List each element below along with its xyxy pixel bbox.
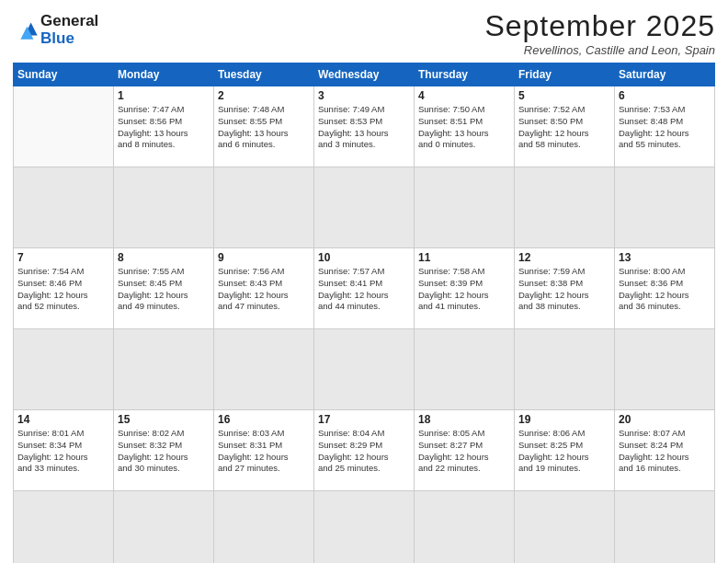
table-cell: 10Sunrise: 7:57 AM Sunset: 8:41 PM Dayli… (314, 248, 415, 329)
day-info: Sunrise: 7:59 AM Sunset: 8:38 PM Dayligh… (518, 266, 610, 313)
day-number: 20 (619, 413, 711, 426)
day-number: 18 (418, 413, 510, 426)
day-number: 13 (619, 251, 711, 264)
day-info: Sunrise: 7:58 AM Sunset: 8:39 PM Dayligh… (418, 266, 510, 313)
table-cell: 13Sunrise: 8:00 AM Sunset: 8:36 PM Dayli… (615, 248, 715, 329)
day-info: Sunrise: 7:52 AM Sunset: 8:50 PM Dayligh… (518, 104, 610, 151)
logo-text: General Blue (40, 13, 98, 47)
day-info: Sunrise: 7:55 AM Sunset: 8:45 PM Dayligh… (118, 266, 210, 313)
table-cell: 16Sunrise: 8:03 AM Sunset: 8:31 PM Dayli… (214, 410, 314, 491)
day-info: Sunrise: 7:50 AM Sunset: 8:51 PM Dayligh… (418, 104, 510, 151)
logo-icon (13, 17, 39, 43)
title-block: September 2025 Revellinos, Castille and … (484, 9, 715, 57)
week-row-2: 7Sunrise: 7:54 AM Sunset: 8:46 PM Daylig… (14, 248, 715, 329)
table-cell: 12Sunrise: 7:59 AM Sunset: 8:38 PM Dayli… (515, 248, 615, 329)
day-info: Sunrise: 7:47 AM Sunset: 8:56 PM Dayligh… (118, 104, 210, 151)
day-info: Sunrise: 8:05 AM Sunset: 8:27 PM Dayligh… (418, 428, 510, 475)
col-friday: Friday (515, 63, 615, 86)
day-info: Sunrise: 7:53 AM Sunset: 8:48 PM Dayligh… (619, 104, 711, 151)
day-info: Sunrise: 8:06 AM Sunset: 8:25 PM Dayligh… (518, 428, 610, 475)
day-number: 7 (17, 251, 109, 264)
day-number: 2 (218, 89, 310, 102)
week-row-3: 14Sunrise: 8:01 AM Sunset: 8:34 PM Dayli… (14, 410, 715, 491)
day-info: Sunrise: 7:49 AM Sunset: 8:53 PM Dayligh… (318, 104, 410, 151)
day-info: Sunrise: 8:02 AM Sunset: 8:32 PM Dayligh… (118, 428, 210, 475)
table-cell: 11Sunrise: 7:58 AM Sunset: 8:39 PM Dayli… (415, 248, 515, 329)
day-number: 15 (118, 413, 210, 426)
day-info: Sunrise: 7:48 AM Sunset: 8:55 PM Dayligh… (218, 104, 310, 151)
location: Revellinos, Castille and Leon, Spain (484, 43, 715, 57)
calendar-table: Sunday Monday Tuesday Wednesday Thursday… (13, 63, 715, 563)
day-info: Sunrise: 7:54 AM Sunset: 8:46 PM Dayligh… (17, 266, 109, 313)
col-tuesday: Tuesday (214, 63, 314, 86)
day-number: 9 (218, 251, 310, 264)
calendar-header-row: Sunday Monday Tuesday Wednesday Thursday… (14, 63, 715, 86)
day-number: 3 (318, 89, 410, 102)
table-cell: 5Sunrise: 7:52 AM Sunset: 8:50 PM Daylig… (515, 86, 615, 167)
col-saturday: Saturday (615, 63, 715, 86)
table-cell: 7Sunrise: 7:54 AM Sunset: 8:46 PM Daylig… (14, 248, 114, 329)
logo: General Blue (13, 13, 98, 47)
col-wednesday: Wednesday (314, 63, 415, 86)
table-cell: 6Sunrise: 7:53 AM Sunset: 8:48 PM Daylig… (615, 86, 715, 167)
week-divider (14, 167, 715, 248)
day-number: 14 (17, 413, 109, 426)
week-row-1: 1Sunrise: 7:47 AM Sunset: 8:56 PM Daylig… (14, 86, 715, 167)
day-number: 8 (118, 251, 210, 264)
col-sunday: Sunday (14, 63, 114, 86)
month-title: September 2025 (484, 9, 715, 43)
day-number: 17 (318, 413, 410, 426)
week-divider (14, 329, 715, 410)
table-cell: 3Sunrise: 7:49 AM Sunset: 8:53 PM Daylig… (314, 86, 415, 167)
table-cell: 9Sunrise: 7:56 AM Sunset: 8:43 PM Daylig… (214, 248, 314, 329)
table-cell: 17Sunrise: 8:04 AM Sunset: 8:29 PM Dayli… (314, 410, 415, 491)
day-info: Sunrise: 8:04 AM Sunset: 8:29 PM Dayligh… (318, 428, 410, 475)
col-monday: Monday (114, 63, 214, 86)
day-info: Sunrise: 8:01 AM Sunset: 8:34 PM Dayligh… (17, 428, 109, 475)
day-info: Sunrise: 8:03 AM Sunset: 8:31 PM Dayligh… (218, 428, 310, 475)
col-thursday: Thursday (415, 63, 515, 86)
day-info: Sunrise: 7:57 AM Sunset: 8:41 PM Dayligh… (318, 266, 410, 313)
week-divider (14, 491, 715, 564)
table-cell: 15Sunrise: 8:02 AM Sunset: 8:32 PM Dayli… (114, 410, 214, 491)
table-cell: 18Sunrise: 8:05 AM Sunset: 8:27 PM Dayli… (415, 410, 515, 491)
day-number: 5 (518, 89, 610, 102)
table-cell (14, 86, 114, 167)
day-number: 19 (518, 413, 610, 426)
table-cell: 20Sunrise: 8:07 AM Sunset: 8:24 PM Dayli… (615, 410, 715, 491)
table-cell: 1Sunrise: 7:47 AM Sunset: 8:56 PM Daylig… (114, 86, 214, 167)
day-number: 12 (518, 251, 610, 264)
day-number: 11 (418, 251, 510, 264)
header: General Blue September 2025 Revellinos, … (13, 9, 715, 57)
table-cell: 14Sunrise: 8:01 AM Sunset: 8:34 PM Dayli… (14, 410, 114, 491)
table-cell: 8Sunrise: 7:55 AM Sunset: 8:45 PM Daylig… (114, 248, 214, 329)
day-info: Sunrise: 7:56 AM Sunset: 8:43 PM Dayligh… (218, 266, 310, 313)
table-cell: 2Sunrise: 7:48 AM Sunset: 8:55 PM Daylig… (214, 86, 314, 167)
day-number: 16 (218, 413, 310, 426)
table-cell: 4Sunrise: 7:50 AM Sunset: 8:51 PM Daylig… (415, 86, 515, 167)
day-info: Sunrise: 8:00 AM Sunset: 8:36 PM Dayligh… (619, 266, 711, 313)
day-number: 10 (318, 251, 410, 264)
table-cell: 19Sunrise: 8:06 AM Sunset: 8:25 PM Dayli… (515, 410, 615, 491)
day-number: 6 (619, 89, 711, 102)
page-container: General Blue September 2025 Revellinos, … (0, 0, 728, 563)
day-number: 4 (418, 89, 510, 102)
day-info: Sunrise: 8:07 AM Sunset: 8:24 PM Dayligh… (619, 428, 711, 475)
day-number: 1 (118, 89, 210, 102)
